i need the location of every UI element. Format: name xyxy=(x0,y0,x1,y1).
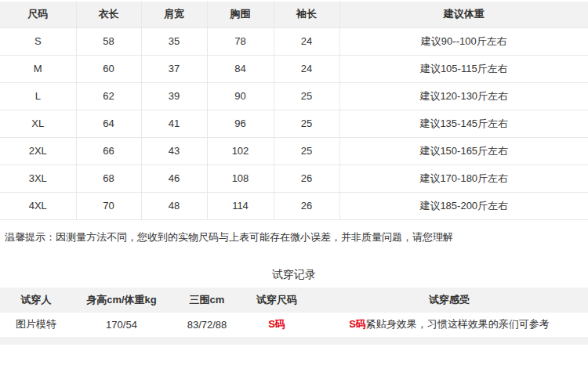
fit-col-header: 试穿尺码 xyxy=(243,288,310,313)
size-col-header: 袖长 xyxy=(274,2,339,27)
size-cell: 62 xyxy=(76,82,141,110)
size-cell: 建议170-180斤左右 xyxy=(339,165,588,192)
size-cell: 84 xyxy=(207,55,274,82)
size-chart-table: 尺码 衣长 肩宽 胸围 袖长 建议体重 S 58 35 78 24 建议90--… xyxy=(0,2,588,220)
size-cell: 70 xyxy=(76,192,141,219)
size-cell: 102 xyxy=(207,137,274,165)
size-cell: 96 xyxy=(207,110,274,137)
size-cell: 46 xyxy=(141,165,207,192)
size-cell: 37 xyxy=(141,55,207,82)
size-cell: 建议120-130斤左右 xyxy=(339,82,588,110)
fit-person-cell: 图片模特 xyxy=(0,313,72,337)
size-cell: 68 xyxy=(76,165,141,192)
size-cell: 建议185-200斤左右 xyxy=(339,192,588,219)
fit-record-title: 试穿记录 xyxy=(0,268,588,282)
size-cell: 60 xyxy=(76,55,141,82)
size-cell: 41 xyxy=(141,110,207,137)
fit-size-cell: S码 xyxy=(243,313,310,337)
fit-col-header: 试穿人 xyxy=(0,288,72,313)
size-cell: 建议135-145斤左右 xyxy=(339,110,588,137)
size-cell: 90 xyxy=(207,82,274,110)
size-cell: S xyxy=(0,27,76,55)
fit-header-row: 试穿人 身高cm/体重kg 三围cm 试穿尺码 试穿感受 xyxy=(0,288,588,313)
size-cell: XL xyxy=(0,110,76,137)
size-row: L 62 39 90 25 建议120-130斤左右 xyxy=(0,82,588,110)
fit-height-weight-cell: 170/54 xyxy=(72,313,171,337)
size-cell: M xyxy=(0,55,76,82)
size-cell: 25 xyxy=(274,110,339,137)
size-row: 2XL 66 43 102 25 建议150-165斤左右 xyxy=(0,137,588,165)
footer-strip xyxy=(0,337,588,345)
size-cell: L xyxy=(0,82,76,110)
size-header-row: 尺码 衣长 肩宽 胸围 袖长 建议体重 xyxy=(0,2,588,27)
size-row: 4XL 70 48 114 26 建议185-200斤左右 xyxy=(0,192,588,219)
size-cell: 建议105-115斤左右 xyxy=(339,55,588,82)
size-row: M 60 37 84 24 建议105-115斤左右 xyxy=(0,55,588,82)
size-row: 3XL 68 46 108 26 建议170-180斤左右 xyxy=(0,165,588,192)
size-cell: 24 xyxy=(274,55,339,82)
size-cell: 43 xyxy=(141,137,207,165)
size-row: S 58 35 78 24 建议90--100斤左右 xyxy=(0,27,588,55)
fit-row: 图片模特 170/54 83/72/88 S码 S码紧贴身效果，习惯这样效果的亲… xyxy=(0,313,588,337)
warm-tip-note: 温馨提示：因测量方法不同，您收到的实物尺码与上表可能存在微小误差，并非质量问题，… xyxy=(5,231,588,244)
size-cell: 114 xyxy=(207,192,274,219)
fit-measurements-cell: 83/72/88 xyxy=(171,313,243,337)
size-cell: 48 xyxy=(141,192,207,219)
size-cell: 2XL xyxy=(0,137,76,165)
size-row: XL 64 41 96 25 建议135-145斤左右 xyxy=(0,110,588,137)
fit-col-header: 身高cm/体重kg xyxy=(72,288,171,313)
size-cell: 58 xyxy=(76,27,141,55)
size-cell: 78 xyxy=(207,27,274,55)
size-cell: 108 xyxy=(207,165,274,192)
size-cell: 4XL xyxy=(0,192,76,219)
size-cell: 25 xyxy=(274,82,339,110)
size-cell: 64 xyxy=(76,110,141,137)
size-cell: 66 xyxy=(76,137,141,165)
size-cell: 26 xyxy=(274,192,339,219)
fit-feel-highlight: S码 xyxy=(349,318,366,330)
size-cell: 24 xyxy=(274,27,339,55)
size-col-header: 胸围 xyxy=(207,2,274,27)
size-cell: 建议150-165斤左右 xyxy=(339,137,588,165)
size-cell: 25 xyxy=(274,137,339,165)
fit-col-header: 三围cm xyxy=(171,288,243,313)
fit-size-value: S码 xyxy=(268,318,285,330)
size-col-header: 肩宽 xyxy=(141,2,207,27)
size-cell: 39 xyxy=(141,82,207,110)
fit-feel-cell: S码紧贴身效果，习惯这样效果的亲们可参考 xyxy=(310,313,588,337)
size-cell: 26 xyxy=(274,165,339,192)
fit-col-header: 试穿感受 xyxy=(310,288,588,313)
fit-record-table: 试穿人 身高cm/体重kg 三围cm 试穿尺码 试穿感受 图片模特 170/54… xyxy=(0,288,588,337)
size-cell: 建议90--100斤左右 xyxy=(339,27,588,55)
size-cell: 3XL xyxy=(0,165,76,192)
size-cell: 35 xyxy=(141,27,207,55)
fit-feel-text: 紧贴身效果，习惯这样效果的亲们可参考 xyxy=(366,318,550,330)
size-col-header: 建议体重 xyxy=(339,2,588,27)
size-col-header: 尺码 xyxy=(0,2,76,27)
size-col-header: 衣长 xyxy=(76,2,141,27)
